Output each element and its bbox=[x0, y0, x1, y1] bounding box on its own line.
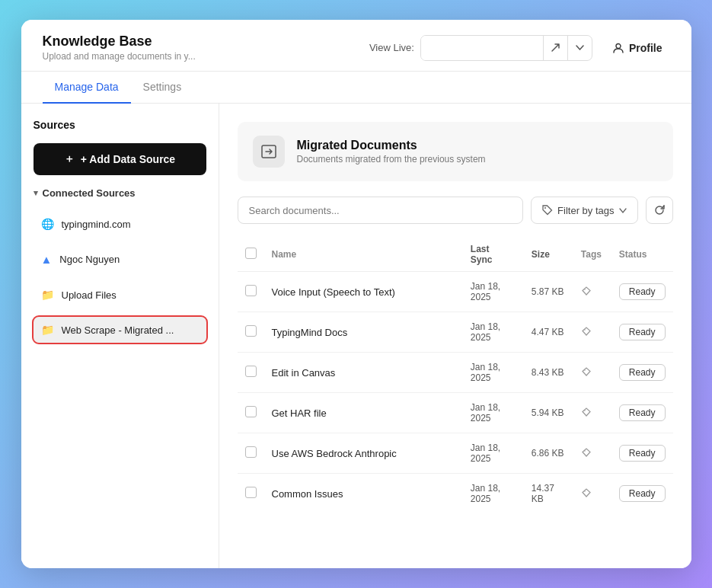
view-live-input-group bbox=[420, 35, 592, 61]
col-checkbox bbox=[238, 238, 264, 272]
doc-size: 8.43 KB bbox=[524, 353, 573, 393]
google-drive-icon: ▲ bbox=[41, 253, 53, 266]
table-row: Voice Input (Speech to Text) Jan 18, 202… bbox=[238, 272, 673, 312]
main-content: Sources ＋ + Add Data Source ▾ Connected … bbox=[21, 104, 691, 568]
status-badge: Ready bbox=[619, 324, 666, 340]
connected-sources-header[interactable]: ▾ Connected Sources bbox=[34, 184, 206, 202]
view-live-input[interactable] bbox=[421, 36, 543, 60]
col-last-sync: LastSync bbox=[463, 238, 524, 272]
view-live-section: View Live: bbox=[369, 35, 592, 61]
status-badge: Ready bbox=[619, 283, 666, 300]
migrated-title: Migrated Documents bbox=[297, 139, 486, 152]
refresh-icon bbox=[654, 205, 665, 216]
header: Knowledge Base Upload and manage documen… bbox=[21, 20, 691, 72]
folder-icon-migrated: 📁 bbox=[41, 324, 54, 336]
status-badge: Ready bbox=[619, 445, 666, 462]
doc-name: Common Issues bbox=[264, 474, 463, 514]
row-checkbox-5[interactable] bbox=[245, 487, 257, 498]
doc-last-sync: Jan 18, 2025 bbox=[463, 433, 524, 474]
doc-size: 5.87 KB bbox=[524, 272, 573, 312]
sidebar-item-typingmind[interactable]: 🌐 typingmind.com bbox=[34, 211, 206, 237]
tag-icon bbox=[542, 205, 553, 216]
tags-icon[interactable] bbox=[581, 488, 592, 500]
view-live-label: View Live: bbox=[369, 42, 414, 53]
profile-label: Profile bbox=[629, 42, 663, 54]
tabs-bar: Manage Data Settings bbox=[21, 72, 691, 104]
table-row: Common Issues Jan 18, 2025 14.37 KB Read… bbox=[238, 474, 673, 514]
row-checkbox-3[interactable] bbox=[245, 406, 257, 417]
documents-table: Name LastSync Size Tags Status Voice Inp… bbox=[238, 238, 673, 513]
search-input-wrap bbox=[238, 197, 524, 224]
doc-size: 6.86 KB bbox=[524, 433, 573, 474]
doc-name: Get HAR file bbox=[264, 393, 463, 433]
refresh-button[interactable] bbox=[646, 197, 673, 224]
app-title: Knowledge Base bbox=[43, 34, 369, 50]
doc-last-sync: Jan 18, 2025 bbox=[463, 474, 524, 514]
row-checkbox-0[interactable] bbox=[245, 285, 257, 296]
doc-last-sync: Jan 18, 2025 bbox=[463, 393, 524, 433]
doc-name: TypingMind Docs bbox=[264, 312, 463, 353]
table-row: Use AWS Bedrock Anthropic Jan 18, 2025 6… bbox=[238, 433, 673, 474]
app-subtitle: Upload and manage documents in y... bbox=[43, 51, 369, 62]
tags-icon[interactable] bbox=[581, 286, 592, 299]
external-link-icon[interactable] bbox=[543, 36, 567, 60]
row-checkbox-1[interactable] bbox=[245, 325, 257, 337]
add-data-source-button[interactable]: ＋ + Add Data Source bbox=[34, 143, 206, 175]
globe-icon: 🌐 bbox=[41, 218, 54, 230]
app-window: Knowledge Base Upload and manage documen… bbox=[21, 20, 691, 568]
col-tags: Tags bbox=[573, 238, 611, 272]
migrated-documents-card: Migrated Documents Documents migrated fr… bbox=[238, 122, 673, 181]
status-badge: Ready bbox=[619, 485, 666, 502]
tab-settings[interactable]: Settings bbox=[131, 72, 194, 104]
dropdown-icon[interactable] bbox=[567, 36, 592, 60]
col-status: Status bbox=[611, 238, 673, 272]
sidebar-item-web-scrape[interactable]: 📁 Web Scrape - Migrated ... bbox=[34, 317, 206, 343]
doc-name: Voice Input (Speech to Text) bbox=[264, 272, 463, 312]
tags-icon[interactable] bbox=[581, 367, 592, 379]
filter-by-tags-button[interactable]: Filter by tags bbox=[531, 197, 637, 224]
doc-last-sync: Jan 18, 2025 bbox=[463, 312, 524, 353]
select-all-checkbox[interactable] bbox=[245, 248, 257, 259]
table-row: TypingMind Docs Jan 18, 2025 4.47 KB Rea… bbox=[238, 312, 673, 353]
svg-point-2 bbox=[544, 207, 546, 209]
doc-size: 5.94 KB bbox=[524, 393, 573, 433]
sidebar: Sources ＋ + Add Data Source ▾ Connected … bbox=[21, 104, 219, 568]
right-panel: Migrated Documents Documents migrated fr… bbox=[219, 104, 691, 568]
migrated-icon bbox=[253, 136, 285, 168]
tags-icon[interactable] bbox=[581, 327, 592, 339]
header-left: Knowledge Base Upload and manage documen… bbox=[43, 34, 369, 62]
table-row: Edit in Canvas Jan 18, 2025 8.43 KB Read… bbox=[238, 353, 673, 393]
doc-last-sync: Jan 18, 2025 bbox=[463, 353, 524, 393]
sidebar-item-ngoc-nguyen[interactable]: ▲ Ngoc Nguyen bbox=[34, 246, 206, 273]
tab-manage-data[interactable]: Manage Data bbox=[43, 72, 131, 104]
migrated-card-text: Migrated Documents Documents migrated fr… bbox=[297, 139, 486, 165]
sidebar-item-upload-files[interactable]: 📁 Upload Files bbox=[34, 282, 206, 308]
doc-size: 4.47 KB bbox=[524, 312, 573, 353]
doc-last-sync: Jan 18, 2025 bbox=[463, 272, 524, 312]
folder-icon: 📁 bbox=[41, 289, 54, 301]
doc-size: 14.37 KB bbox=[524, 474, 573, 514]
col-size: Size bbox=[524, 238, 573, 272]
col-name: Name bbox=[264, 238, 463, 272]
table-row: Get HAR file Jan 18, 2025 5.94 KB Ready bbox=[238, 393, 673, 433]
profile-button[interactable]: Profile bbox=[605, 37, 670, 59]
tags-icon[interactable] bbox=[581, 407, 592, 420]
doc-name: Edit in Canvas bbox=[264, 353, 463, 393]
tags-icon[interactable] bbox=[581, 448, 592, 460]
row-checkbox-2[interactable] bbox=[245, 366, 257, 377]
migrated-subtitle: Documents migrated from the previous sys… bbox=[297, 154, 486, 165]
search-input[interactable] bbox=[238, 197, 524, 224]
plus-icon: ＋ bbox=[64, 152, 75, 166]
row-checkbox-4[interactable] bbox=[245, 446, 257, 458]
chevron-down-icon: ▾ bbox=[34, 188, 38, 198]
svg-point-0 bbox=[616, 43, 621, 48]
chevron-down-icon bbox=[619, 208, 627, 213]
search-filter-row: Filter by tags bbox=[238, 197, 673, 224]
status-badge: Ready bbox=[619, 404, 666, 421]
sources-title: Sources bbox=[34, 119, 206, 131]
status-badge: Ready bbox=[619, 364, 666, 381]
doc-name: Use AWS Bedrock Anthropic bbox=[264, 433, 463, 474]
